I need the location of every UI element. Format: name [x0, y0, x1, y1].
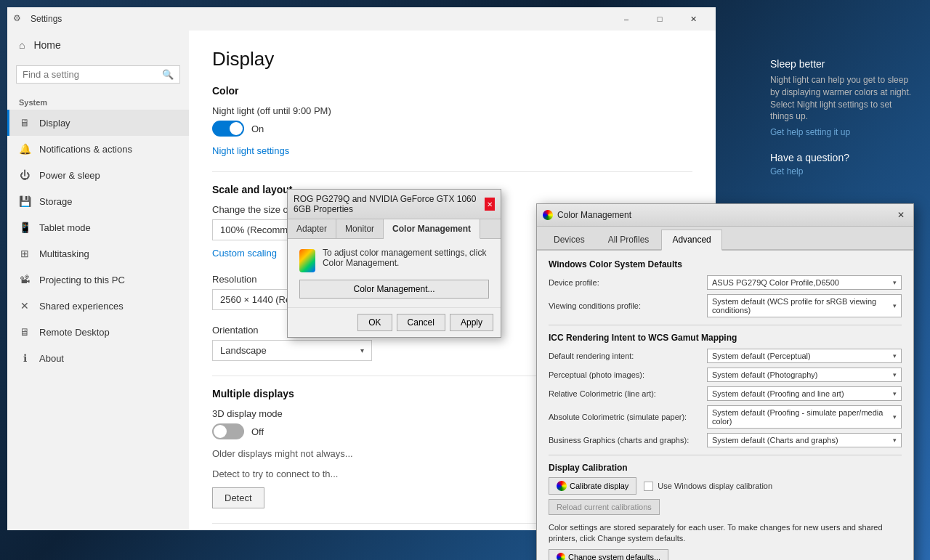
- use-windows-checkbox[interactable]: [644, 482, 653, 491]
- business-value: System default (Charts and graphs): [712, 436, 838, 445]
- title-bar-title: Settings: [31, 14, 610, 24]
- tablet-icon: 📱: [19, 222, 31, 233]
- change-system-defaults-button[interactable]: Change system defaults...: [549, 549, 668, 560]
- relative-label: Relative Colorimetric (line art):: [549, 389, 701, 398]
- sidebar-item-about[interactable]: ℹ About: [7, 345, 189, 371]
- viewing-conditions-row: Viewing conditions profile: System defau…: [549, 294, 902, 317]
- close-button[interactable]: ✕: [676, 7, 710, 31]
- system-section-label: System: [7, 89, 189, 110]
- viewing-conditions-dropdown[interactable]: System default (WCS profile for sRGB vie…: [707, 294, 902, 317]
- absolute-row: Absolute Colorimetric (simulate paper): …: [549, 405, 902, 429]
- adapter-dialog-buttons: OK Cancel Apply: [288, 307, 501, 337]
- question-title: Have a question?: [770, 152, 915, 163]
- sidebar-item-projecting[interactable]: 📽 Projecting to this PC: [7, 267, 189, 293]
- color-management-button[interactable]: Color Management...: [299, 280, 489, 299]
- night-light-row: On: [212, 121, 692, 137]
- notification-icon: 🔔: [19, 143, 31, 155]
- cm-icc-section-title: ICC Rendering Intent to WCS Gamut Mappin…: [549, 333, 902, 343]
- setup-link[interactable]: Get help setting it up: [770, 127, 850, 137]
- adapter-close-button[interactable]: ✕: [485, 198, 495, 211]
- adapter-dialog: ROG PG279Q and NVIDIA GeForce GTX 1060 6…: [287, 189, 501, 338]
- calibrate-display-button[interactable]: Calibrate display: [549, 477, 636, 495]
- adapter-apply-button[interactable]: Apply: [450, 314, 493, 331]
- sidebar-item-display[interactable]: 🖥 Display: [7, 110, 189, 136]
- adapter-tab-adapter[interactable]: Adapter: [288, 219, 336, 238]
- adapter-dialog-body: To adjust color management settings, cli…: [288, 239, 501, 307]
- cm-body: Windows Color System Defaults Device pro…: [537, 251, 913, 560]
- orientation-dropdown[interactable]: Landscape ▾: [212, 340, 372, 361]
- calibration-row: Calibrate display Use Windows display ca…: [549, 477, 902, 495]
- perceptual-value: System default (Photography): [712, 370, 818, 379]
- home-label: Home: [33, 39, 60, 51]
- calibrate-icon: [557, 481, 567, 491]
- search-input[interactable]: [23, 69, 158, 80]
- maximize-button[interactable]: □: [643, 7, 676, 31]
- default-rendering-value: System default (Perceptual): [712, 352, 811, 360]
- color-management-icon: [299, 249, 315, 272]
- use-windows-label: Use Windows display calibration: [658, 482, 772, 490]
- absolute-arrow: ▾: [893, 413, 897, 421]
- business-dropdown[interactable]: System default (Charts and graphs) ▾: [707, 433, 902, 447]
- sidebar-item-multitasking[interactable]: ⊞ Multitasking: [7, 240, 189, 267]
- night-light-settings-link[interactable]: Night light settings: [212, 145, 289, 156]
- sidebar-item-remote[interactable]: 🖥 Remote Desktop: [7, 319, 189, 345]
- device-profile-value: ASUS PG279Q Color Profile,D6500: [712, 278, 839, 287]
- business-arrow: ▾: [893, 437, 897, 444]
- adapter-tab-monitor[interactable]: Monitor: [336, 219, 384, 238]
- default-rendering-dropdown[interactable]: System default (Perceptual) ▾: [707, 349, 902, 363]
- home-icon: ⌂: [19, 39, 25, 51]
- 3d-mode-toggle[interactable]: [212, 423, 244, 439]
- sidebar-item-tablet[interactable]: 📱 Tablet mode: [7, 214, 189, 240]
- cm-title-icon: [543, 210, 553, 220]
- custom-scaling-link[interactable]: Custom scaling: [212, 248, 277, 259]
- adapter-ok-button[interactable]: OK: [357, 314, 392, 331]
- cm-info-text: Color settings are stored separately for…: [549, 522, 902, 545]
- sleep-text: Night light can help you get to sleep by…: [770, 74, 915, 123]
- sidebar-item-home[interactable]: ⌂ Home: [7, 31, 189, 60]
- device-profile-dropdown[interactable]: ASUS PG279Q Color Profile,D6500 ▾: [707, 275, 902, 290]
- power-icon: ⏻: [19, 169, 31, 181]
- absolute-value: System default (Proofing - simulate pape…: [712, 408, 893, 426]
- sidebar-item-storage[interactable]: 💾 Storage: [7, 188, 189, 214]
- projecting-icon: 📽: [19, 274, 31, 285]
- adapter-dialog-title-bar: ROG PG279Q and NVIDIA GeForce GTX 1060 6…: [288, 190, 501, 219]
- relative-dropdown[interactable]: System default (Proofing and line art) ▾: [707, 386, 902, 401]
- storage-icon: 💾: [19, 195, 31, 207]
- cm-title-bar: Color Management ✕: [537, 204, 913, 227]
- night-light-state: On: [251, 123, 264, 134]
- sidebar: ⌂ Home 🔍 System 🖥 Display 🔔 Notification…: [7, 31, 189, 530]
- sidebar-item-shared[interactable]: ✕ Shared experiences: [7, 293, 189, 319]
- search-icon: 🔍: [162, 69, 174, 80]
- sidebar-item-power[interactable]: ⏻ Power & sleep: [7, 162, 189, 188]
- color-section: Color Night light (off until 9:00 PM) On…: [212, 85, 692, 157]
- perceptual-dropdown[interactable]: System default (Photography) ▾: [707, 368, 902, 382]
- cm-tab-all-profiles[interactable]: All Profiles: [597, 230, 660, 249]
- minimize-button[interactable]: –: [610, 7, 643, 31]
- viewing-conditions-value: System default (WCS profile for sRGB vie…: [712, 297, 893, 315]
- adapter-tab-color-mgmt[interactable]: Color Management: [384, 219, 480, 239]
- cm-calibration-title: Display Calibration: [549, 463, 902, 473]
- absolute-label: Absolute Colorimetric (simulate paper):: [549, 413, 701, 421]
- color-mgmt-dialog: Color Management ✕ Devices All Profiles …: [536, 203, 914, 560]
- help-link[interactable]: Get help: [770, 166, 803, 176]
- shared-icon: ✕: [19, 300, 31, 312]
- night-light-toggle[interactable]: [212, 121, 244, 137]
- toggle-thumb: [230, 122, 243, 135]
- reload-calibrations-button[interactable]: Reload current calibrations: [549, 499, 660, 515]
- sidebar-item-notifications[interactable]: 🔔 Notifications & actions: [7, 136, 189, 162]
- adapter-description: To adjust color management settings, cli…: [323, 248, 489, 268]
- absolute-dropdown[interactable]: System default (Proofing - simulate pape…: [707, 405, 902, 429]
- business-label: Business Graphics (charts and graphs):: [549, 436, 701, 445]
- perceptual-arrow: ▾: [893, 371, 897, 378]
- use-windows-row: Use Windows display calibration: [644, 482, 772, 491]
- adapter-icon-row: To adjust color management settings, cli…: [299, 248, 489, 274]
- adapter-dialog-title: ROG PG279Q and NVIDIA GeForce GTX 1060 6…: [294, 194, 485, 214]
- adapter-cancel-button[interactable]: Cancel: [397, 314, 445, 331]
- adapter-dialog-tabs: Adapter Monitor Color Management: [288, 219, 501, 239]
- page-title: Display: [212, 48, 692, 70]
- multitasking-icon: ⊞: [19, 248, 31, 259]
- cm-tab-advanced[interactable]: Advanced: [661, 230, 721, 251]
- detect-button[interactable]: Detect: [212, 487, 264, 508]
- cm-close-button[interactable]: ✕: [894, 208, 907, 222]
- cm-tab-devices[interactable]: Devices: [543, 230, 596, 249]
